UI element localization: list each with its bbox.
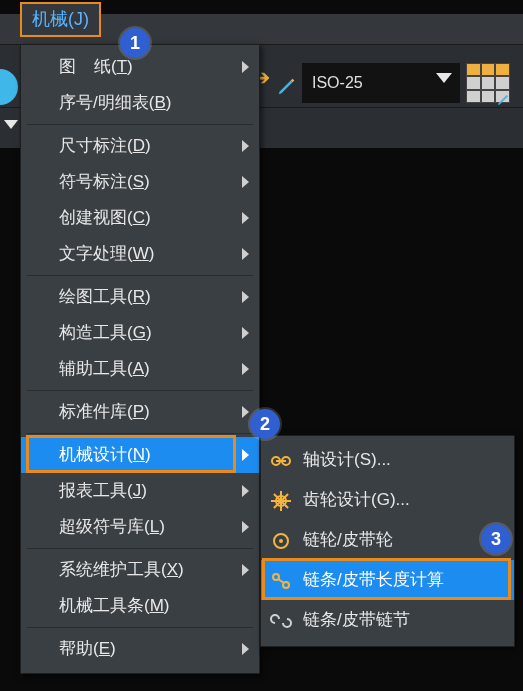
menu-item-8[interactable]: 辅助工具(A): [21, 351, 259, 387]
separator: [27, 275, 253, 276]
shaft-icon: [269, 448, 293, 472]
separator: [27, 433, 253, 434]
menu-item-15[interactable]: 帮助(E): [21, 631, 259, 667]
menu-item-11[interactable]: 报表工具(J): [21, 473, 259, 509]
menu-item-label: 超级符号库(L): [59, 517, 165, 536]
table-style-button[interactable]: [466, 63, 510, 103]
svg-line-5: [281, 501, 288, 508]
menu-item-label: 构造工具(G): [59, 323, 152, 342]
menu-item-label: 系统维护工具(X): [59, 560, 184, 579]
callout-badge-3: 3: [481, 524, 511, 554]
sprocket-icon: [269, 528, 293, 552]
menu-item-label: 序号/明细表(B): [59, 93, 171, 112]
submenu-item-label: 轴设计(S)...: [303, 450, 391, 469]
menu-item-label: 报表工具(J): [59, 481, 147, 500]
separator: [27, 390, 253, 391]
chevron-right-icon: [242, 291, 249, 303]
chevron-right-icon: [242, 643, 249, 655]
svg-line-9: [274, 494, 281, 501]
menu-item-label: 符号标注(S): [59, 172, 150, 191]
svg-line-16: [278, 579, 284, 583]
menu-item-label: 帮助(E): [59, 639, 116, 658]
menu-item-5[interactable]: 文字处理(W): [21, 236, 259, 272]
chevron-right-icon: [242, 248, 249, 260]
mechanical-design-submenu: 轴设计(S)...齿轮设计(G)...链轮/皮带轮链条/皮带长度计算链条/皮带链…: [260, 435, 515, 647]
menu-item-14[interactable]: 机械工具条(M): [21, 588, 259, 624]
menu-item-12[interactable]: 超级符号库(L): [21, 509, 259, 545]
menu-item-label: 机械设计(N): [59, 445, 151, 464]
submenu-item-4[interactable]: 链条/皮带链节: [261, 600, 514, 640]
submenu-item-1[interactable]: 齿轮设计(G)...: [261, 480, 514, 520]
svg-line-11: [281, 494, 288, 501]
menu-item-13[interactable]: 系统维护工具(X): [21, 552, 259, 588]
chevron-right-icon: [242, 176, 249, 188]
ribbon-tab-handle[interactable]: [0, 69, 18, 105]
pencil-icon: [496, 91, 512, 107]
dimstyle-value: ISO-25: [312, 74, 363, 92]
menu-item-4[interactable]: 创建视图(C): [21, 200, 259, 236]
submenu-item-label: 链条/皮带长度计算: [303, 570, 444, 589]
menu-item-label: 绘图工具(R): [59, 287, 151, 306]
gear-icon: [269, 488, 293, 512]
menu-item-label: 图纸(T): [59, 57, 133, 76]
submenu-item-label: 链轮/皮带轮: [303, 530, 393, 549]
separator: [27, 548, 253, 549]
menu-item-label: 标准件库(P): [59, 402, 150, 421]
submenu-item-label: 链条/皮带链节: [303, 610, 410, 629]
menu-item-label: 辅助工具(A): [59, 359, 150, 378]
separator: [27, 627, 253, 628]
callout-badge-1: 1: [120, 28, 150, 58]
menu-item-1[interactable]: 序号/明细表(B): [21, 85, 259, 121]
menu-item-9[interactable]: 标准件库(P): [21, 394, 259, 430]
menu-item-10[interactable]: 机械设计(N): [21, 437, 259, 473]
menu-item-7[interactable]: 构造工具(G): [21, 315, 259, 351]
chevron-right-icon: [242, 212, 249, 224]
svg-line-7: [274, 501, 281, 508]
menu-item-label: 机械工具条(M): [59, 596, 170, 615]
mechanical-menu: 图纸(T)序号/明细表(B)尺寸标注(D)符号标注(S)创建视图(C)文字处理(…: [20, 44, 260, 674]
chain-link-icon: [269, 608, 293, 632]
menu-item-3[interactable]: 符号标注(S): [21, 164, 259, 200]
dimstyle-select[interactable]: ISO-25: [302, 63, 460, 103]
separator: [27, 124, 253, 125]
chevron-right-icon: [242, 363, 249, 375]
submenu-item-0[interactable]: 轴设计(S)...: [261, 440, 514, 480]
pencil-icon: [276, 75, 298, 97]
menu-item-label: 文字处理(W): [59, 244, 154, 263]
chevron-down-icon[interactable]: [4, 120, 18, 129]
svg-point-13: [279, 539, 283, 543]
chevron-right-icon: [242, 564, 249, 576]
chevron-right-icon: [242, 521, 249, 533]
chevron-right-icon: [242, 61, 249, 73]
menu-item-label: 尺寸标注(D): [59, 136, 151, 155]
menu-item-6[interactable]: 绘图工具(R): [21, 279, 259, 315]
chevron-right-icon: [242, 449, 249, 461]
submenu-item-2[interactable]: 链轮/皮带轮: [261, 520, 514, 560]
menu-mechanical[interactable]: 机械(J): [20, 2, 101, 37]
submenu-item-3[interactable]: 链条/皮带长度计算: [261, 560, 514, 600]
chevron-right-icon: [242, 327, 249, 339]
callout-badge-2: 2: [250, 409, 280, 439]
menu-item-label: 创建视图(C): [59, 208, 151, 227]
chevron-down-icon: [436, 73, 452, 83]
submenu-item-label: 齿轮设计(G)...: [303, 490, 410, 509]
chevron-right-icon: [242, 406, 249, 418]
chain-length-icon: [269, 568, 293, 592]
menu-item-2[interactable]: 尺寸标注(D): [21, 128, 259, 164]
chevron-right-icon: [242, 485, 249, 497]
chevron-right-icon: [242, 140, 249, 152]
